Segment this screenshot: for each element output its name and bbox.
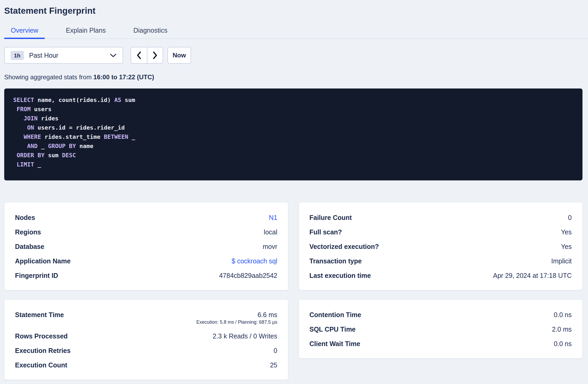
page-title: Statement Fingerprint xyxy=(4,6,582,16)
stat-row-sql-cpu-time: SQL CPU Time 2.0 ms xyxy=(310,325,572,333)
sql-keyword-token: AS xyxy=(114,97,121,103)
sql-plain-token: rides xyxy=(38,115,58,122)
chevron-right-icon xyxy=(152,51,158,60)
sql-plain-token xyxy=(13,161,17,168)
stat-value: movr xyxy=(263,243,277,250)
time-range-dropdown[interactable]: 1h Past Hour xyxy=(4,47,123,64)
stat-value: Yes xyxy=(561,243,572,250)
stat-value: 0.0 ns xyxy=(554,311,572,319)
stat-label: Full scan? xyxy=(310,228,342,236)
sql-plain-token: name, count(rides.id) xyxy=(34,97,114,103)
prev-time-button[interactable] xyxy=(131,47,147,63)
sql-plain-token xyxy=(13,106,17,112)
sql-keyword-token: LIMIT xyxy=(17,161,34,168)
stat-row-fingerprint-id: Fingerprint ID 4784cb829aab2542 xyxy=(15,272,277,279)
tab-diagnostics[interactable]: Diagnostics xyxy=(127,26,174,39)
sql-keyword-token: GROUP BY xyxy=(48,143,76,149)
sql-keyword-token: ON xyxy=(27,124,34,131)
sql-plain-token xyxy=(13,124,27,131)
stat-value: 2.3 k Reads / 0 Writes xyxy=(213,332,277,340)
sql-plain-token: users xyxy=(31,106,51,112)
stat-label: Transaction type xyxy=(310,257,362,265)
chevron-down-icon xyxy=(109,53,117,58)
tab-explain-plans[interactable]: Explain Plans xyxy=(59,26,112,39)
sql-line: WHERE rides.start_time BETWEEN _ xyxy=(13,132,574,141)
sql-line: FROM users xyxy=(13,105,574,114)
stat-row-contention-time: Contention Time 0.0 ns xyxy=(310,311,572,319)
tab-overview[interactable]: Overview xyxy=(4,26,45,39)
stat-label: Fingerprint ID xyxy=(15,272,58,279)
stat-value: 6.6 ms xyxy=(196,311,277,319)
stat-value: 25 xyxy=(270,361,277,369)
stat-row-execution-retries: Execution Retries 0 xyxy=(15,347,277,355)
stat-subvalue: Execution: 5.8 ms / Planning: 687.5 µs xyxy=(196,319,277,326)
sql-statement-box: SELECT name, count(rides.id) AS sum FROM… xyxy=(4,88,582,180)
sql-plain-token: _ xyxy=(34,161,41,168)
sql-keyword-token: DESC xyxy=(62,152,76,159)
nodes-link[interactable]: N1 xyxy=(269,214,277,221)
chevron-left-icon xyxy=(136,51,142,60)
application-name-link[interactable]: $ cockroach sql xyxy=(232,257,277,265)
next-time-button[interactable] xyxy=(147,47,163,63)
sql-keyword-token: WHERE xyxy=(24,134,41,140)
details-card-right: Failure Count 0 Full scan? Yes Vectorize… xyxy=(299,202,583,290)
sql-plain-token: sum xyxy=(121,97,135,103)
stat-row-vectorized: Vectorized execution? Yes xyxy=(310,243,572,250)
sql-plain-token: rides.start_time xyxy=(41,134,104,140)
stat-label: Contention Time xyxy=(310,311,361,319)
stat-label: Client Wait Time xyxy=(310,340,360,348)
sql-plain-token xyxy=(13,152,17,159)
sql-plain-token: users.id = rides.rider_id xyxy=(34,124,124,131)
stat-value: 0 xyxy=(274,347,277,355)
stat-row-nodes: Nodes N1 xyxy=(15,214,277,221)
sql-line: JOIN rides xyxy=(13,114,574,123)
sql-plain-token: _ xyxy=(38,143,48,149)
details-card-left: Nodes N1 Regions local Database movr App… xyxy=(4,202,288,290)
sql-plain-token: name xyxy=(76,143,93,149)
stat-row-last-execution: Last execution time Apr 29, 2024 at 17:1… xyxy=(310,272,572,279)
sql-keyword-token: BETWEEN xyxy=(104,134,128,140)
sql-plain-token: _ xyxy=(128,134,135,140)
aggregated-stats-range: 16:00 to 17:22 (UTC) xyxy=(93,73,154,81)
stat-row-rows-processed: Rows Processed 2.3 k Reads / 0 Writes xyxy=(15,332,277,340)
stat-label: Execution Retries xyxy=(15,347,71,355)
now-button[interactable]: Now xyxy=(167,47,191,64)
stat-row-statement-time: Statement Time 6.6 ms Execution: 5.8 ms … xyxy=(15,311,277,326)
overview-cards: Nodes N1 Regions local Database movr App… xyxy=(4,202,582,380)
stat-label: Failure Count xyxy=(310,214,352,221)
aggregated-stats-prefix: Showing aggregated stats from xyxy=(4,73,93,81)
time-range-label: Past Hour xyxy=(29,52,109,59)
stat-label: Rows Processed xyxy=(15,332,68,340)
sql-plain-token: sum xyxy=(44,152,62,159)
aggregated-stats-text: Showing aggregated stats from 16:00 to 1… xyxy=(4,73,582,81)
stat-label: Regions xyxy=(15,228,41,236)
stat-value: 2.0 ms xyxy=(552,325,572,333)
stat-label: Database xyxy=(15,243,44,250)
stat-value: Apr 29, 2024 at 17:18 UTC xyxy=(493,272,572,279)
sql-keyword-token: ORDER BY xyxy=(17,152,44,159)
stat-row-regions: Regions local xyxy=(15,228,277,236)
stat-row-application-name: Application Name $ cockroach sql xyxy=(15,257,277,265)
sql-line: AND _ GROUP BY name xyxy=(13,141,574,151)
sql-line: ON users.id = rides.rider_id xyxy=(13,123,574,132)
stat-label: Nodes xyxy=(15,214,35,221)
stat-label: Execution Count xyxy=(15,361,67,369)
sql-line: ORDER BY sum DESC xyxy=(13,151,574,160)
sql-line: LIMIT _ xyxy=(13,160,574,169)
statement-fingerprint-page: Statement Fingerprint Overview Explain P… xyxy=(0,6,588,380)
sql-line: SELECT name, count(rides.id) AS sum xyxy=(13,95,574,105)
sql-plain-token xyxy=(13,143,27,149)
time-controls: 1h Past Hour Now xyxy=(4,47,582,64)
sql-keyword-token: FROM xyxy=(17,106,31,112)
stat-label: Last execution time xyxy=(310,272,371,279)
stat-value: 4784cb829aab2542 xyxy=(219,272,277,279)
sql-keyword-token: AND xyxy=(27,143,38,149)
stat-row-client-wait-time: Client Wait Time 0.0 ns xyxy=(310,340,572,348)
stat-value: local xyxy=(264,228,277,236)
stat-row-database: Database movr xyxy=(15,243,277,250)
sql-keyword-token: JOIN xyxy=(24,115,38,122)
tab-bar: Overview Explain Plans Diagnostics xyxy=(4,26,588,39)
stat-value: 0 xyxy=(568,214,572,221)
time-pager xyxy=(131,47,163,64)
sql-code: SELECT name, count(rides.id) AS sum FROM… xyxy=(13,95,574,169)
